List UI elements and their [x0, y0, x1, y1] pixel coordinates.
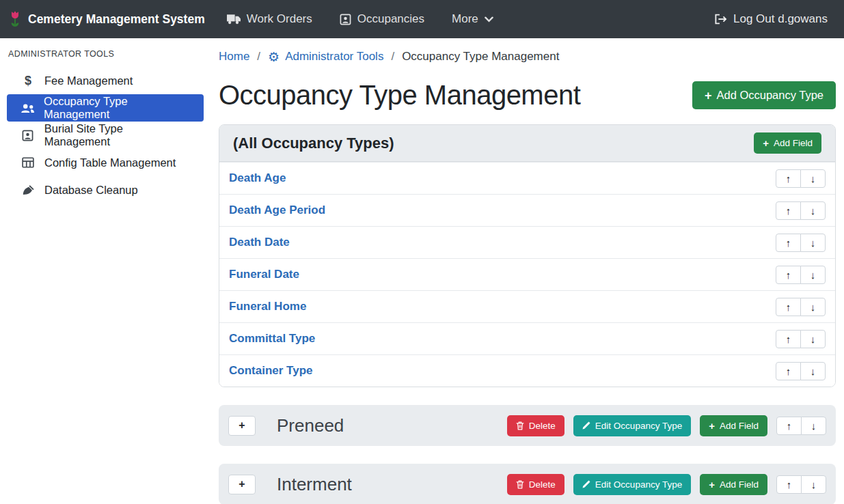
move-down-button[interactable]: ↓ — [800, 266, 826, 284]
logout-button[interactable]: Log Out d.gowans — [714, 12, 828, 26]
field-row: Death Age ↑ ↓ — [219, 162, 835, 194]
move-down-button[interactable]: ↓ — [800, 169, 826, 188]
users-icon — [21, 103, 35, 113]
add-occupancy-type-button[interactable]: + Add Occupancy Type — [692, 81, 836, 109]
logout-label: Log Out d.gowans — [733, 12, 828, 26]
move-down-button[interactable]: ↓ — [800, 362, 826, 380]
breadcrumb-admin-tools-label: Administrator Tools — [285, 50, 383, 64]
field-link[interactable]: Death Age — [229, 171, 286, 185]
move-up-button[interactable]: ↑ — [776, 298, 801, 316]
add-field-label: Add Field — [720, 479, 759, 490]
card-header: (All Occupancy Types) + Add Field — [219, 125, 835, 162]
delete-button[interactable]: Delete — [507, 474, 564, 495]
move-up-button[interactable]: ↑ — [776, 266, 801, 284]
move-down-button[interactable]: ↓ — [800, 298, 826, 316]
sidebar-item-fee-management[interactable]: $ Fee Management — [7, 67, 204, 94]
move-up-button[interactable]: ↑ — [776, 417, 802, 435]
breadcrumb-home-link[interactable]: Home — [219, 50, 249, 64]
move-down-button[interactable]: ↓ — [800, 330, 826, 348]
nav-occupancies-label: Occupancies — [357, 12, 424, 26]
reorder-buttons: ↑ ↓ — [776, 362, 826, 380]
field-row: Committal Type ↑ ↓ — [219, 322, 835, 354]
sidebar-item-config-table-management[interactable]: Config Table Management — [7, 149, 204, 176]
sidebar-item-label: Burial Site Type Management — [44, 122, 190, 148]
edit-occupancy-type-button[interactable]: Edit Occupancy Type — [573, 415, 691, 436]
nav-work-orders-label: Work Orders — [247, 12, 312, 26]
edit-occupancy-type-button[interactable]: Edit Occupancy Type — [573, 474, 691, 495]
move-up-button[interactable]: ↑ — [776, 362, 801, 380]
breadcrumb-current: Occupancy Type Management — [402, 50, 559, 64]
card-title: (All Occupancy Types) — [233, 135, 394, 152]
field-row: Death Age Period ↑ ↓ — [219, 194, 835, 226]
field-row: Death Date ↑ ↓ — [219, 226, 835, 258]
field-link[interactable]: Committal Type — [229, 332, 315, 346]
reorder-buttons: ↑ ↓ — [776, 298, 826, 316]
breadcrumb-admin-tools-link[interactable]: ⚙ Administrator Tools — [268, 50, 383, 64]
pencil-icon — [582, 480, 590, 488]
move-down-button[interactable]: ↓ — [800, 234, 826, 252]
add-field-button[interactable]: + Add Field — [700, 474, 767, 495]
field-link[interactable]: Death Date — [229, 236, 290, 249]
reorder-buttons: ↑ ↓ — [776, 417, 826, 435]
chevron-down-icon — [485, 16, 493, 23]
field-row: Funeral Home ↑ ↓ — [219, 290, 835, 322]
move-down-button[interactable]: ↓ — [801, 417, 826, 435]
page-title: Occupancy Type Management — [219, 80, 580, 111]
reorder-buttons: ↑ ↓ — [776, 266, 826, 284]
move-down-button[interactable]: ↓ — [800, 201, 826, 220]
nav-more-label: More — [452, 12, 478, 26]
edit-occupancy-type-label: Edit Occupancy Type — [595, 479, 682, 490]
sidebar: ADMINISTRATOR TOOLS $ Fee Management Occ… — [0, 38, 210, 504]
plus-icon: + — [709, 479, 715, 490]
edit-occupancy-type-label: Edit Occupancy Type — [595, 421, 682, 431]
field-link[interactable]: Death Age Period — [229, 204, 325, 217]
field-row: Container Type ↑ ↓ — [219, 354, 835, 387]
move-up-button[interactable]: ↑ — [776, 330, 801, 348]
app-title: Cemetery Management System — [28, 12, 205, 27]
sidebar-item-database-cleanup[interactable]: Database Cleanup — [7, 176, 204, 204]
move-up-button[interactable]: ↑ — [776, 475, 802, 494]
move-up-button[interactable]: ↑ — [776, 201, 801, 220]
sidebar-item-burial-site-type-management[interactable]: Burial Site Type Management — [7, 122, 204, 149]
section-interment: + Interment Delete Edit Occupancy Type — [219, 464, 836, 504]
reorder-buttons: ↑ ↓ — [776, 201, 826, 220]
delete-label: Delete — [529, 421, 556, 431]
reorder-buttons: ↑ ↓ — [776, 330, 826, 348]
field-link[interactable]: Container Type — [229, 364, 312, 378]
field-link[interactable]: Funeral Date — [229, 268, 299, 281]
sidebar-heading: ADMINISTRATOR TOOLS — [0, 38, 210, 67]
plus-icon: + — [763, 138, 769, 148]
move-down-button[interactable]: ↓ — [801, 475, 826, 494]
table-icon — [21, 157, 36, 168]
add-field-label: Add Field — [720, 421, 759, 431]
sidebar-item-occupancy-type-management[interactable]: Occupancy Type Management — [7, 94, 204, 122]
delete-button[interactable]: Delete — [507, 415, 564, 436]
main-content: Home / ⚙ Administrator Tools / Occupancy… — [210, 38, 844, 504]
move-up-button[interactable]: ↑ — [776, 169, 801, 188]
app-brand[interactable]: Cemetery Management System — [8, 10, 205, 29]
add-field-button[interactable]: + Add Field — [700, 415, 767, 436]
reorder-buttons: ↑ ↓ — [776, 169, 826, 188]
section-actions: Delete Edit Occupancy Type + Add Field ↑… — [507, 415, 826, 436]
field-row: Funeral Date ↑ ↓ — [219, 258, 835, 290]
reorder-buttons: ↑ ↓ — [776, 234, 826, 252]
plus-icon: + — [709, 421, 715, 431]
add-field-label: Add Field — [774, 138, 813, 148]
breadcrumb: Home / ⚙ Administrator Tools / Occupancy… — [219, 50, 836, 64]
move-up-button[interactable]: ↑ — [776, 234, 801, 252]
portrait-icon — [340, 14, 351, 25]
expand-button[interactable]: + — [228, 475, 256, 494]
broom-icon — [21, 184, 36, 196]
sidebar-item-label: Occupancy Type Management — [44, 95, 190, 121]
expand-button[interactable]: + — [228, 416, 256, 436]
section-preneed: + Preneed Delete Edit Occupancy Type — [219, 405, 836, 446]
title-row: Occupancy Type Management + Add Occupanc… — [219, 80, 836, 111]
tulip-logo-icon — [8, 10, 22, 29]
nav-work-orders[interactable]: Work Orders — [227, 12, 312, 26]
nav-more[interactable]: More — [452, 12, 493, 26]
nav-occupancies[interactable]: Occupancies — [340, 12, 424, 26]
section-title: Preneed — [277, 415, 344, 436]
add-field-button[interactable]: + Add Field — [754, 132, 821, 154]
field-link[interactable]: Funeral Home — [229, 300, 306, 313]
sidebar-item-label: Database Cleanup — [44, 184, 138, 197]
